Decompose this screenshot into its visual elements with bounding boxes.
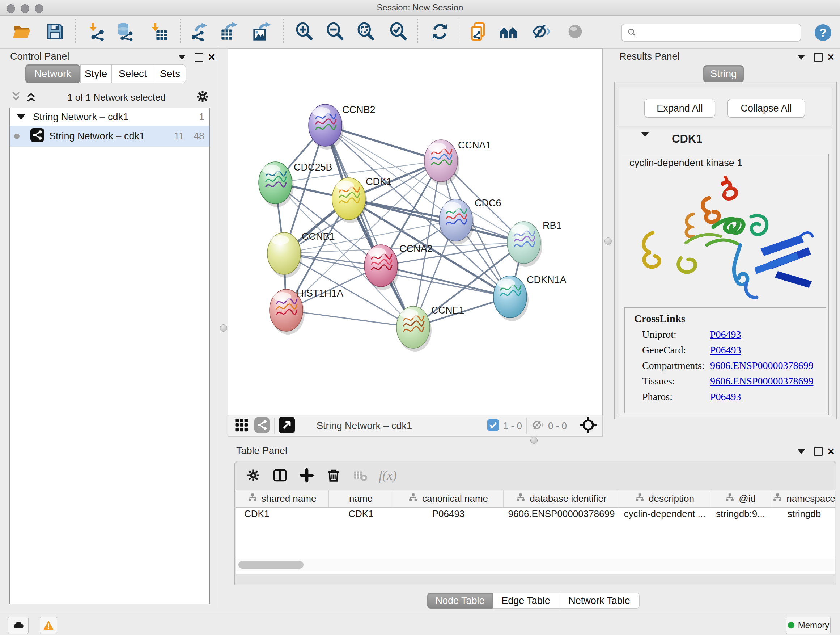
refresh-icon[interactable] — [430, 18, 450, 45]
table-panel-float-icon[interactable] — [813, 446, 824, 457]
tab-network[interactable]: Network — [25, 65, 80, 83]
table-cell[interactable]: 9606.ENSP00000378699 — [504, 508, 619, 520]
toolbar-separator — [459, 19, 459, 43]
function-builder-icon[interactable]: f(x) — [379, 468, 397, 483]
import-table-file-icon[interactable] — [149, 18, 169, 45]
crosslink-link[interactable]: P06493 — [710, 329, 741, 340]
table-cell[interactable]: CDK1 — [329, 508, 393, 520]
tab-network-table[interactable]: Network Table — [559, 593, 639, 608]
tree-expander-icon[interactable] — [17, 114, 25, 120]
protein-description: cyclin-dependent kinase 1 — [630, 157, 742, 169]
zoom-selected-icon[interactable] — [388, 18, 408, 45]
export-network-icon[interactable] — [189, 18, 209, 45]
network-node-cdkn1a[interactable] — [493, 276, 529, 321]
control-panel-menu-icon[interactable] — [177, 52, 187, 63]
zoom-in-icon[interactable] — [294, 18, 314, 45]
hidden-eye-icon[interactable] — [531, 418, 545, 433]
search-field[interactable] — [621, 24, 801, 42]
network-node-ccne1[interactable] — [396, 306, 431, 352]
tab-node-table[interactable]: Node Table — [427, 593, 493, 608]
selected-checkbox-icon[interactable] — [487, 419, 499, 432]
network-edge[interactable] — [286, 310, 413, 327]
crosslink-link[interactable]: P06493 — [710, 391, 741, 402]
results-panel-float-icon[interactable] — [813, 52, 824, 63]
collapse-all-networks-icon[interactable] — [9, 90, 22, 105]
save-session-icon[interactable] — [45, 18, 65, 45]
network-canvas[interactable]: CCNB2CCNA1CDC25BCDK1CDC6RB1CCNB1CCNA2CDK… — [228, 48, 603, 415]
table-cell[interactable]: CDK1 — [235, 508, 329, 520]
tab-string[interactable]: String — [703, 65, 744, 82]
results-panel-menu-icon[interactable] — [796, 52, 807, 63]
network-node-ccna2[interactable] — [364, 245, 399, 290]
crosslink-link[interactable]: 9606.ENSP00000378699 — [710, 375, 813, 387]
tab-edge-table[interactable]: Edge Table — [493, 593, 559, 608]
column-header-name[interactable]: name — [329, 490, 393, 508]
delete-table-icon[interactable] — [347, 465, 374, 486]
network-node-ccnb1[interactable] — [267, 233, 302, 278]
grid-view-icon[interactable] — [234, 417, 249, 434]
memory-button[interactable]: Memory — [786, 616, 831, 634]
tab-sets[interactable]: Sets — [154, 65, 186, 83]
search-icon — [627, 27, 637, 38]
network-view-icon[interactable] — [254, 417, 270, 434]
zoom-out-icon[interactable] — [325, 18, 345, 45]
column-header-description[interactable]: description — [619, 490, 710, 508]
column-header-@id[interactable]: @id — [710, 490, 771, 508]
table-panel-close-icon[interactable]: ✕ — [826, 446, 836, 457]
table-cell[interactable]: stringdb:9... — [710, 508, 771, 520]
tab-select[interactable]: Select — [111, 65, 154, 83]
table-settings-gear-icon[interactable] — [240, 465, 267, 486]
results-panel-close-icon[interactable]: ✕ — [826, 52, 836, 63]
network-node-ccna1[interactable] — [424, 140, 459, 185]
show-all-icon[interactable] — [565, 18, 585, 45]
cloud-status-icon[interactable] — [8, 616, 28, 634]
network-row-selected[interactable]: String Network – cdk1 11 48 — [10, 126, 210, 147]
control-panel-float-icon[interactable] — [194, 52, 204, 63]
table-panel-menu-icon[interactable] — [796, 446, 807, 457]
protein-collapse-icon[interactable] — [641, 137, 649, 143]
control-panel-close-icon[interactable]: ✕ — [206, 52, 217, 63]
crosslink-link[interactable]: 9606.ENSP00000378699 — [710, 360, 813, 371]
scrollbar-thumb[interactable] — [238, 561, 303, 569]
expand-all-button[interactable]: Expand All — [644, 99, 715, 118]
column-header-shared-name[interactable]: shared name — [235, 490, 329, 508]
clone-network-icon[interactable] — [469, 18, 489, 45]
export-image-icon[interactable] — [252, 18, 272, 45]
table-cell[interactable]: P06493 — [393, 508, 504, 520]
add-column-icon[interactable] — [294, 465, 320, 486]
network-node-rb1[interactable] — [507, 222, 542, 267]
export-table-icon[interactable] — [219, 18, 240, 45]
import-network-database-icon[interactable] — [115, 18, 135, 45]
open-session-icon[interactable] — [11, 18, 32, 45]
help-button[interactable]: ? — [815, 24, 831, 41]
collapse-all-button[interactable]: Collapse All — [728, 99, 805, 118]
zoom-fit-icon[interactable] — [355, 18, 376, 45]
network-node-cdk1[interactable] — [332, 178, 367, 223]
expand-all-networks-icon[interactable] — [25, 90, 38, 105]
hide-selected-icon[interactable] — [531, 18, 551, 45]
home-icon[interactable] — [498, 18, 518, 45]
protein-detail-box: cyclin-dependent kinase 1 — [622, 154, 829, 415]
network-list-options-gear-icon[interactable] — [195, 89, 210, 105]
show-columns-icon[interactable] — [267, 465, 294, 486]
right-splitter-handle[interactable] — [605, 238, 612, 245]
import-network-file-icon[interactable] — [87, 18, 107, 45]
crosslink-link[interactable]: P06493 — [710, 344, 741, 356]
search-input[interactable] — [637, 27, 790, 38]
warning-status-icon[interactable] — [40, 616, 57, 634]
delete-column-trash-icon[interactable] — [320, 465, 347, 486]
network-node-cdc6[interactable] — [439, 199, 474, 244]
table-horizontal-scrollbar[interactable] — [235, 559, 835, 570]
birdseye-view-icon[interactable] — [279, 417, 295, 434]
table-cell[interactable]: stringdb — [771, 508, 835, 520]
column-header-database-identifier[interactable]: database identifier — [504, 490, 619, 508]
table-cell[interactable]: cyclin-dependent ... — [619, 508, 710, 520]
statusbar-separator — [274, 418, 275, 434]
network-node-ccnb2[interactable] — [309, 104, 344, 149]
column-header-canonical-name[interactable]: canonical name — [393, 490, 504, 508]
crosshair-icon[interactable] — [579, 416, 597, 435]
column-header-namespace[interactable]: namespace — [771, 490, 835, 508]
tab-style[interactable]: Style — [80, 65, 111, 83]
left-splitter-handle[interactable] — [220, 325, 227, 332]
network-collection-row[interactable]: String Network – cdk1 1 — [10, 108, 210, 126]
